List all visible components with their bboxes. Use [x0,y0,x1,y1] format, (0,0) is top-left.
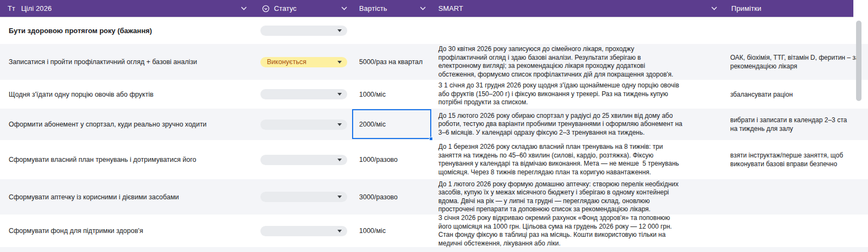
dropdown-arrow-icon [337,29,342,32]
header-smart-column[interactable]: SMART [431,0,723,17]
status-dropdown[interactable] [260,192,347,202]
table-row: Записатися і пройти профілактичний огляд… [0,44,868,80]
header-status-column[interactable]: Статус [252,0,353,17]
status-dropdown[interactable] [260,226,347,236]
header-goal-label: Цілі 2026 [21,4,52,12]
smart-text: До 1 лютого 2026 року формую домашню апт… [438,180,679,214]
header-notes-label: Примітки [731,4,761,12]
smart-text: До 1 березня 2026 року складаю власний п… [438,143,679,177]
notes-text: вибрати і записати в календар 2–3 ста на… [730,116,847,133]
notes-cell[interactable]: збалансувати раціон [723,80,868,109]
smart-cell[interactable]: До 15 лютого 2026 року обираю спортзал у… [431,109,723,140]
goal-cell[interactable]: Записатися і пройти профілактичний огляд… [0,44,252,80]
header-status-label: Статус [274,4,297,12]
notes-cell[interactable]: взяти інструктаж/перше заняття, щоб вико… [723,140,868,179]
table-body: Бути здоровою протягом року (бажання)Зап… [0,17,868,252]
dropdown-chip-icon [262,5,270,12]
table-row: Щодня з'їдати одну порцію овочів або фру… [0,80,868,109]
goal-cell[interactable]: Сформувати власний план тренувань і дотр… [0,140,252,179]
status-label: Виконується [267,58,307,66]
status-dropdown[interactable] [260,119,347,130]
notes-text: збалансувати раціон [730,90,793,99]
table-row: Оформити абонемент у спортзал, куди реал… [0,109,868,140]
cost-cell[interactable]: 1000/міс [353,80,431,109]
table-header-row: Тт Цілі 2026 Статус Вартість [0,0,853,17]
dropdown-arrow-icon [337,196,342,198]
notes-text: взяти інструктаж/перше заняття, щоб вико… [730,151,843,168]
smart-cell[interactable] [431,17,723,44]
table-row: Бути здоровою протягом року (бажання) [0,17,868,44]
vertical-scrollbar-thumb[interactable] [856,21,861,101]
header-goal-column[interactable]: Тт Цілі 2026 [0,0,252,17]
selected-cell-outline[interactable] [352,109,431,139]
smart-cell[interactable]: З січня 2026 року відкриваю окремий раху… [431,215,723,247]
goal-cell[interactable]: Сформувати фонд для підтримки здоров'я [0,215,252,247]
fill-handle[interactable] [429,137,433,141]
smart-cell[interactable]: До 1 березня 2026 року складаю власний п… [431,140,723,179]
notes-text: ОАК, біохімія, ТТГ, вітамін D, феритин –… [730,53,859,71]
status-cell [252,140,353,179]
goal-cell[interactable]: Сформувати аптечку із корисними і дієвим… [0,179,252,215]
notes-cell[interactable]: вибрати і записати в календар 2–3 ста на… [723,109,868,140]
smart-text: До 15 лютого 2026 року обираю спортзал у… [438,112,682,137]
status-cell: Виконується [252,44,353,80]
table-row: Сформувати фонд для підтримки здоров'я10… [0,215,868,247]
status-cell [252,80,353,109]
smart-text: З січня 2026 року відкриваю окремий раху… [438,215,672,247]
header-cost-label: Вартість [359,4,387,12]
header-cost-column[interactable]: Вартість [353,0,431,17]
dropdown-arrow-icon [337,123,342,126]
notes-cell[interactable] [723,215,868,247]
smart-text: До 30 квітня 2026 року записуюся до сіме… [438,45,673,79]
status-cell [252,179,353,215]
table-row: Сформувати власний план тренувань і дотр… [0,140,868,179]
header-notes-column[interactable]: Примітки [723,0,853,17]
chevron-down-icon[interactable] [341,7,347,10]
table-row [0,247,868,252]
cost-cell[interactable]: 3000/разово [353,179,431,215]
cost-cell[interactable]: 1000/міс [353,215,431,247]
dropdown-arrow-icon [337,230,342,232]
dropdown-arrow-icon [337,159,342,161]
chevron-down-icon[interactable] [420,7,426,10]
notes-cell[interactable] [723,179,868,215]
spreadsheet-table: Тт Цілі 2026 Статус Вартість [0,0,868,252]
status-dropdown[interactable] [260,155,347,165]
dropdown-arrow-icon [337,93,342,96]
status-cell [252,17,353,44]
goal-cell[interactable]: Оформити абонемент у спортзал, куди реал… [0,109,252,140]
status-dropdown[interactable] [260,26,347,36]
status-cell [252,215,353,247]
smart-cell[interactable]: До 30 квітня 2026 року записуюся до сіме… [431,44,723,80]
status-dropdown[interactable]: Виконується [260,57,347,67]
chevron-down-icon[interactable] [241,7,247,10]
chevron-down-icon[interactable] [711,7,717,10]
header-smart-label: SMART [438,4,463,12]
goal-cell[interactable]: Щодня з'їдати одну порцію овочів або фру… [0,80,252,109]
status-cell [252,109,353,140]
notes-cell[interactable] [723,17,868,44]
smart-text: З 1 січня до 31 грудня 2026 року щодня з… [438,81,679,107]
table-row: Сформувати аптечку із корисними і дієвим… [0,179,868,215]
cost-cell[interactable] [353,17,431,44]
cost-cell[interactable]: 1000/разово [353,140,431,179]
dropdown-arrow-icon [337,61,342,64]
goal-cell[interactable]: Бути здоровою протягом року (бажання) [0,17,252,44]
text-format-icon: Тт [8,4,15,12]
notes-cell[interactable]: ОАК, біохімія, ТТГ, вітамін D, феритин –… [723,44,868,80]
smart-cell[interactable]: З 1 січня до 31 грудня 2026 року щодня з… [431,80,723,109]
smart-cell[interactable]: До 1 лютого 2026 року формую домашню апт… [431,179,723,215]
status-dropdown[interactable] [260,89,347,99]
cost-cell[interactable]: 5000/раз на квартал [353,44,431,80]
